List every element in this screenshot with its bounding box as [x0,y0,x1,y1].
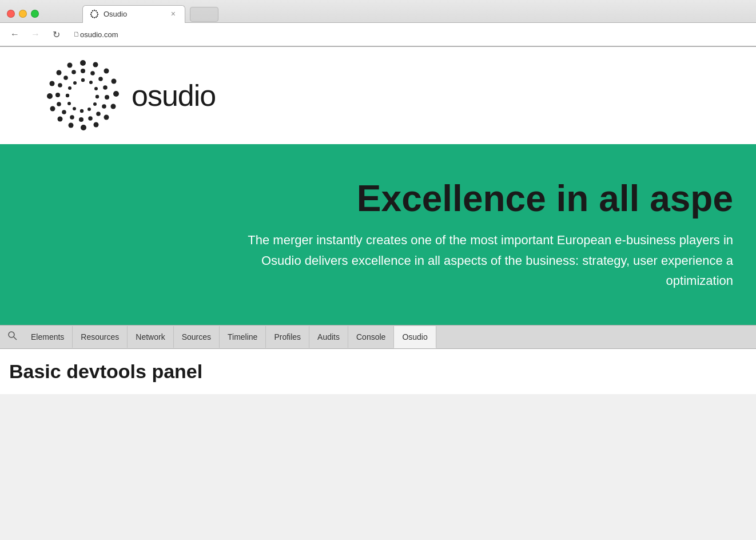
hero-subtitle-line3: optimization [666,273,733,288]
svg-point-21 [69,123,74,128]
refresh-button[interactable]: ↻ [48,26,64,42]
svg-point-9 [91,15,92,17]
hero-subtitle-line1: The merger instantly creates one of the … [248,233,733,247]
svg-point-40 [55,93,60,97]
refresh-icon: ↻ [53,29,60,40]
svg-point-46 [94,87,98,90]
svg-point-3 [97,12,98,13]
svg-point-29 [90,71,95,76]
tab-title: Osudio [104,10,166,18]
tab-elements[interactable]: Elements [23,326,73,348]
minimize-button[interactable] [19,10,27,18]
svg-point-7 [94,17,95,18]
svg-point-17 [111,104,116,109]
new-tab-button[interactable] [190,7,218,22]
svg-point-55 [73,81,77,85]
svg-point-6 [96,17,97,18]
svg-point-48 [93,102,97,106]
osudio-logo-icon [46,58,120,133]
browser-chrome: Osudio × ← → ↻ 🗋 [0,0,756,47]
svg-point-12 [80,60,86,66]
svg-point-36 [79,117,83,122]
tab-osudio[interactable]: Osudio [394,326,436,348]
maximize-button[interactable] [31,10,39,18]
svg-point-32 [105,95,109,100]
svg-point-30 [98,77,103,81]
svg-point-5 [97,15,98,17]
address-input[interactable] [69,30,749,39]
svg-point-15 [112,79,117,84]
svg-point-28 [81,69,85,73]
forward-button[interactable]: → [27,26,43,42]
svg-point-44 [81,78,85,82]
address-bar-wrapper: 🗋 [69,29,749,39]
back-button[interactable]: ← [7,26,23,42]
tab-favicon-icon [90,9,99,18]
svg-point-39 [57,102,61,106]
logo-container: osudio [46,58,216,133]
tab-network[interactable]: Network [128,326,173,348]
svg-point-10 [90,14,91,15]
hero-title: Excellence in all aspe [357,178,733,219]
svg-point-37 [70,115,74,120]
svg-point-31 [103,85,108,90]
tab-close-button[interactable]: × [171,10,176,18]
close-button[interactable] [7,10,15,18]
devtools-search-button[interactable] [2,325,23,348]
logo-text: osudio [132,78,216,113]
devtools-panel: Elements Resources Network Sources Timel… [0,325,756,394]
svg-line-57 [14,337,17,340]
active-tab[interactable]: Osudio × [82,5,185,23]
svg-point-4 [97,14,98,15]
svg-point-24 [47,93,53,99]
svg-point-41 [58,83,62,88]
svg-point-19 [94,122,99,128]
website-content: osudio Excellence in all aspe The merger… [0,47,756,325]
svg-point-35 [88,116,93,121]
window-controls [7,10,39,18]
svg-point-11 [91,12,92,13]
svg-point-14 [104,69,109,74]
svg-point-26 [57,70,62,76]
tab-console[interactable]: Console [348,326,394,348]
svg-point-34 [96,112,101,116]
hero-subtitle-line2: Osudio delivers excellence in all aspect… [261,253,733,268]
svg-point-42 [63,76,68,80]
nav-bar: ← → ↻ 🗋 [0,22,756,46]
back-icon: ← [10,29,19,39]
devtools-content: Basic devtools panel [0,349,756,394]
svg-point-38 [62,110,66,114]
svg-point-54 [68,86,71,90]
svg-point-27 [67,63,73,68]
svg-point-47 [96,95,99,98]
svg-point-56 [9,332,14,338]
search-icon [8,331,17,340]
tab-timeline[interactable]: Timeline [220,326,266,348]
svg-point-0 [92,10,93,11]
svg-point-13 [93,62,98,68]
svg-point-33 [102,104,106,109]
svg-point-23 [50,106,55,112]
hero-banner: Excellence in all aspe The merger instan… [0,144,756,325]
tab-profiles[interactable]: Profiles [266,326,309,348]
svg-point-18 [104,115,109,120]
svg-point-22 [58,117,63,122]
tab-sources[interactable]: Sources [174,326,220,348]
svg-point-16 [113,91,119,97]
devtools-tabs: Elements Resources Network Sources Timel… [0,325,756,349]
tab-bar: Osudio × [82,5,218,22]
svg-point-50 [80,109,83,113]
svg-point-2 [96,10,97,11]
svg-point-52 [67,102,71,105]
tab-resources[interactable]: Resources [73,326,128,348]
svg-point-8 [92,17,93,18]
title-bar: Osudio × [0,0,756,22]
svg-point-45 [89,81,93,84]
svg-point-25 [50,81,55,86]
svg-point-49 [87,108,91,111]
svg-point-53 [66,94,69,97]
devtools-heading: Basic devtools panel [9,360,747,383]
site-header: osudio [0,47,756,144]
tab-audits[interactable]: Audits [309,326,348,348]
hero-subtitle: The merger instantly creates one of the … [248,230,733,291]
